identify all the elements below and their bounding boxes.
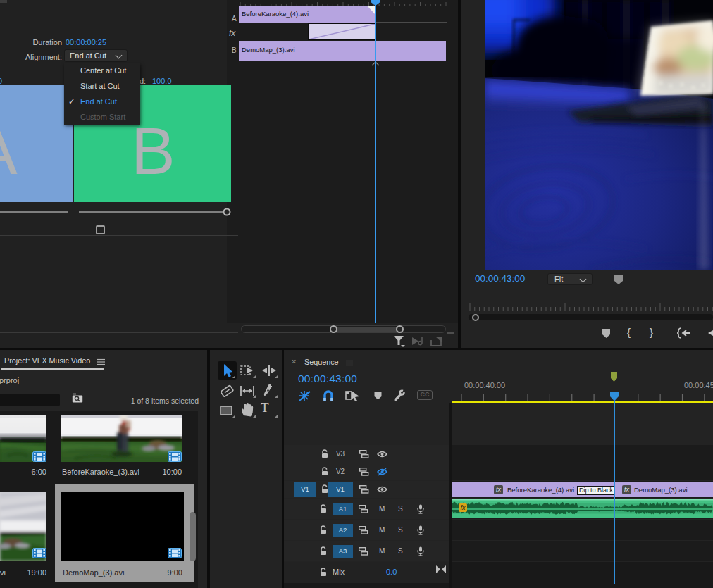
transition-dip-to-black[interactable]: Dip to Black xyxy=(577,486,615,495)
program-timecode[interactable]: 00:00:43:00 xyxy=(475,273,525,284)
timeline-clip-audio[interactable]: fx xyxy=(452,499,713,518)
project-scrollbar[interactable] xyxy=(190,512,196,561)
snap-icon[interactable] xyxy=(322,389,335,401)
solo-button[interactable]: S xyxy=(398,505,403,513)
show-actual-sources-checkbox[interactable] xyxy=(96,225,105,234)
track-target-v1[interactable]: V1 xyxy=(328,482,353,497)
ecp-zoom-handle-left[interactable] xyxy=(330,325,337,333)
type-tool[interactable]: T xyxy=(261,400,269,415)
item-name[interactable]: BeforeKaraoke_(3).avi xyxy=(62,468,140,476)
go-to-in-icon[interactable] xyxy=(676,327,692,339)
timeline-timecode[interactable]: 00:00:43:00 xyxy=(298,373,357,385)
program-scrollbar[interactable] xyxy=(469,314,713,320)
vertical-divider[interactable] xyxy=(458,0,461,348)
track-mix-lane[interactable] xyxy=(452,562,713,583)
end-value[interactable]: 100.0 xyxy=(152,77,172,85)
timeline-settings-wrench-icon[interactable] xyxy=(393,389,407,402)
start-slider[interactable] xyxy=(0,211,68,213)
linked-selection-icon[interactable] xyxy=(345,389,360,401)
track-v2-lane[interactable] xyxy=(452,463,713,480)
tab-project[interactable]: Project: VFX Music Video xyxy=(4,356,90,365)
mix-keyframe-icon[interactable] xyxy=(435,565,447,574)
menu-item-custom-start[interactable]: Custom Start xyxy=(80,109,125,125)
program-video-frame[interactable] xyxy=(485,0,713,270)
ecp-playhead[interactable] xyxy=(375,0,376,323)
ecp-ruler[interactable] xyxy=(227,0,458,6)
marker-icon[interactable] xyxy=(373,391,383,400)
mark-in-icon[interactable]: { xyxy=(627,326,631,338)
timeline-ruler[interactable] xyxy=(452,350,713,401)
item-name[interactable]: DemoMap_(3).avi xyxy=(63,568,124,577)
eye-icon[interactable] xyxy=(377,450,388,458)
bin-path[interactable]: prproj xyxy=(0,376,19,384)
project-item-thumbnail[interactable] xyxy=(61,415,182,462)
sync-lock-icon[interactable] xyxy=(359,485,369,494)
ecp-clip-b[interactable]: DemoMap_(3).avi xyxy=(239,41,446,61)
step-back-icon[interactable] xyxy=(707,328,713,338)
alignment-select[interactable]: End at Cut xyxy=(64,49,128,62)
duration-value[interactable]: 00:00:00:25 xyxy=(66,38,106,46)
eye-icon[interactable] xyxy=(377,485,388,494)
export-frame-icon[interactable] xyxy=(430,337,442,346)
solo-button[interactable]: S xyxy=(398,547,403,555)
ecp-transition-box[interactable] xyxy=(308,23,376,40)
program-scroll-handle[interactable] xyxy=(471,313,480,322)
track-a2-lane[interactable] xyxy=(452,520,713,540)
sync-lock-icon[interactable] xyxy=(359,547,368,556)
mute-button[interactable]: M xyxy=(379,526,385,534)
ecp-zoom-scrollbar-range[interactable] xyxy=(334,327,401,332)
project-item-thumbnail[interactable] xyxy=(61,492,184,561)
sync-lock-icon[interactable] xyxy=(359,505,368,513)
panel-menu-icon[interactable] xyxy=(97,358,105,365)
timeline-clip-v1-b[interactable]: fx DemoMap_(3).avi xyxy=(614,482,713,497)
marker-icon[interactable] xyxy=(613,274,624,285)
sequence-marker-icon[interactable] xyxy=(609,372,619,382)
mark-out-icon[interactable]: } xyxy=(650,326,653,338)
track-lock-icon[interactable] xyxy=(321,467,329,476)
mute-button[interactable]: M xyxy=(379,547,385,555)
track-lock-icon[interactable] xyxy=(319,525,328,534)
sync-lock-icon[interactable] xyxy=(359,526,368,534)
preview-clip-a[interactable]: A xyxy=(0,85,73,202)
program-ruler[interactable] xyxy=(469,303,713,311)
solo-button[interactable]: S xyxy=(398,526,403,534)
track-lock-icon[interactable] xyxy=(319,504,328,513)
voiceover-mic-icon[interactable] xyxy=(416,504,425,514)
nest-sequences-icon[interactable] xyxy=(298,390,311,401)
ecp-clip-a[interactable]: BeforeKaraoke_(4).avi xyxy=(239,6,376,23)
track-target-a2[interactable]: A2 xyxy=(333,524,353,537)
track-v3-lane[interactable] xyxy=(452,445,713,463)
track-lock-icon[interactable] xyxy=(319,546,328,556)
close-tab-icon[interactable]: × xyxy=(292,357,296,365)
start-value[interactable]: 0 xyxy=(0,77,2,85)
track-target-a1[interactable]: A1 xyxy=(333,503,353,515)
track-name[interactable]: V2 xyxy=(332,468,349,475)
eye-off-icon[interactable] xyxy=(377,468,388,476)
work-area-bar[interactable] xyxy=(452,401,713,403)
play-audio-preview-icon[interactable] xyxy=(412,337,425,346)
menu-item-start-at-cut[interactable]: Start at Cut xyxy=(80,78,120,94)
menu-item-end-at-cut[interactable]: End at Cut xyxy=(80,94,117,109)
tab-sequence[interactable]: Sequence xyxy=(304,358,339,366)
voiceover-mic-icon[interactable] xyxy=(416,546,425,556)
captions-icon[interactable]: CC xyxy=(417,390,433,400)
end-slider[interactable] xyxy=(79,211,223,213)
track-name[interactable]: V3 xyxy=(332,450,349,458)
timeline-playhead-line[interactable] xyxy=(614,401,615,584)
mute-button[interactable]: M xyxy=(379,505,385,513)
ecp-zoom-handle-right[interactable] xyxy=(396,325,404,333)
add-marker-icon[interactable] xyxy=(601,328,612,339)
panel-menu-icon[interactable] xyxy=(346,360,353,366)
razor-tool[interactable] xyxy=(218,382,236,400)
end-slider-handle[interactable] xyxy=(222,207,232,217)
timeline-playhead-head[interactable] xyxy=(609,392,619,401)
mix-value[interactable]: 0.0 xyxy=(386,568,397,576)
voiceover-mic-icon[interactable] xyxy=(416,525,425,535)
fit-select[interactable]: Fit xyxy=(547,273,593,285)
track-lock-icon[interactable] xyxy=(319,568,328,577)
sync-lock-icon[interactable] xyxy=(359,468,369,476)
sync-lock-icon[interactable] xyxy=(359,450,369,458)
menu-item-center-at-cut[interactable]: Center at Cut xyxy=(80,63,126,78)
track-target-a3[interactable]: A3 xyxy=(333,545,353,558)
track-a3-lane[interactable] xyxy=(452,541,713,561)
